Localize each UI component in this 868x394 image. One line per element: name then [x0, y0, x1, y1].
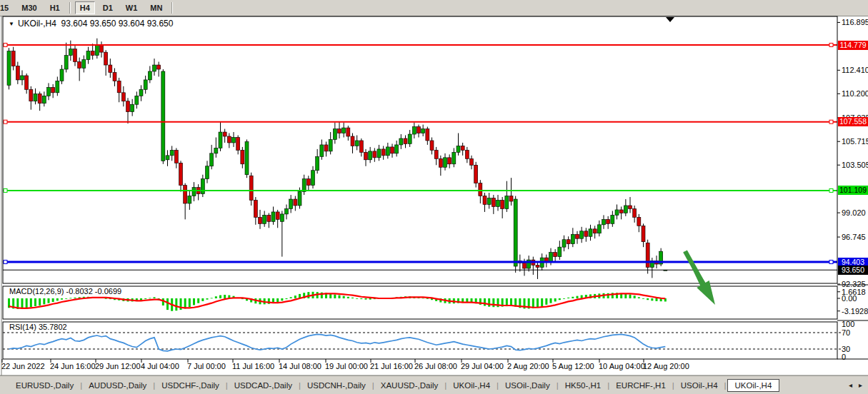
price-badge: 93.650 [838, 266, 868, 275]
time-label: 24 Jun 16:00 [50, 362, 96, 370]
price-tick-label: 110.200 [842, 90, 868, 98]
time-label: 14 Jul 08:00 [279, 362, 321, 370]
tab-HK50-,H1[interactable]: HK50-,H1 [559, 379, 607, 392]
chart-symbol: UKOil-,H4 [18, 19, 56, 29]
rsi-line [9, 334, 666, 351]
price-badge: 107.558 [838, 117, 868, 126]
price-tick-label: 112.410 [842, 66, 868, 74]
rsi-tick-label: 100 [842, 320, 854, 328]
trend-arrow[interactable] [684, 251, 715, 305]
tab-separator: | [444, 381, 447, 390]
price-tick-label: 99.020 [842, 209, 866, 217]
tab-USDCHF-,Daily[interactable]: USDCHF-,Daily [156, 379, 225, 392]
price-tick-label: 105.715 [842, 138, 868, 146]
time-label: 10 Aug 04:00 [599, 362, 645, 370]
time-label: 4 Jul 04:00 [141, 362, 179, 370]
chart-dropdown-arrow-icon[interactable]: ▼ [9, 21, 14, 27]
macd-tick-label: -3.1928 [842, 308, 868, 315]
tab-separator: | [153, 381, 155, 390]
tab-UKOil-,H4[interactable]: UKOil-,H4 [447, 379, 496, 392]
hline-anchor[interactable] [4, 261, 7, 264]
tab-separator: | [497, 381, 499, 390]
tab-separator: | [724, 381, 727, 390]
mt4-window: 15M30H1H4D1W1MN ▼UKOil-,H4 93.604 93.650… [0, 0, 868, 394]
tab-separator: | [226, 381, 228, 390]
tab-AUDUSD-,Daily[interactable]: AUDUSD-,Daily [83, 379, 152, 392]
tab-USDCNH-,Daily[interactable]: USDCNH-,Daily [301, 379, 371, 392]
price-badge: 101.109 [838, 186, 868, 195]
tab-separator: | [372, 381, 374, 390]
time-label: 22 Jun 2022 [1, 362, 45, 370]
time-label: 21 Jul 16:00 [370, 362, 413, 370]
price-badge: 114.779 [838, 41, 868, 50]
tab-scroll-right-icon[interactable]: ▸ [859, 381, 862, 389]
macd-indicator-label: MACD(12,26,9) -0.8032 -0.0699 [9, 287, 121, 296]
price-tick-label: 103.505 [842, 161, 868, 169]
time-label: 26 Jul 08:00 [414, 362, 457, 370]
time-label: 29 Jul 04:00 [461, 362, 504, 370]
tab-separator: | [299, 381, 301, 390]
price-tick-label: 116.895 [842, 19, 868, 26]
tab-separator: | [557, 381, 559, 390]
hline-anchor[interactable] [829, 188, 833, 192]
hline-anchor[interactable] [4, 44, 7, 47]
tab-USOil-,Daily[interactable]: USOil-,Daily [499, 379, 556, 392]
time-label: 29 Jun 12:00 [95, 362, 141, 370]
tab-EURUSD-,Daily[interactable]: EURUSD-,Daily [10, 379, 79, 392]
rsi-pane [3, 333, 841, 351]
tab-separator: | [80, 381, 82, 390]
hline-anchor[interactable] [829, 44, 833, 47]
tab-USDCAD-,Daily[interactable]: USDCAD-,Daily [229, 379, 298, 392]
hline-anchor[interactable] [4, 120, 7, 123]
chart-canvas[interactable] [0, 0, 868, 394]
rsi-tick-label: 70 [842, 329, 850, 337]
time-label: 2 Aug 20:00 [507, 362, 549, 370]
tab-separator: | [607, 381, 609, 390]
tab-scroll-arrows: ◂▸ [849, 381, 868, 389]
tab-scroll-left-icon[interactable]: ◂ [849, 381, 852, 389]
chart-title: ▼UKOil-,H4 93.604 93.650 93.604 93.650 [9, 19, 173, 29]
hline-anchor[interactable] [4, 188, 7, 192]
time-label: 7 Jul 00:00 [187, 362, 226, 370]
chart-tabs-bar: EURUSD-,Daily|AUDUSD-,Daily|USDCHF-,Dail… [0, 375, 868, 394]
tab-USOil-,H4[interactable]: USOil-,H4 [675, 379, 724, 392]
candles-layer [7, 39, 667, 279]
price-tick-label: 96.745 [842, 233, 866, 241]
time-label: 12 Aug 20:00 [643, 362, 689, 370]
tab-separator: | [672, 381, 674, 390]
chart-ohlc-readout: 93.604 93.650 93.604 93.650 [61, 19, 174, 29]
time-label: 19 Jul 00:00 [325, 362, 368, 370]
tab-XAUUSD-,Daily[interactable]: XAUUSD-,Daily [375, 379, 444, 392]
tab-UKOil-,H4[interactable]: UKOil-,H4 [727, 379, 780, 392]
macd-signal-line [9, 293, 666, 308]
hline-anchor[interactable] [829, 120, 833, 123]
hline-anchor[interactable] [829, 261, 833, 264]
tab-EURCHF-,H1[interactable]: EURCHF-,H1 [610, 379, 672, 392]
rsi-tick-label: 0 [842, 353, 846, 361]
macd-tick-label: 0.00 [842, 295, 857, 303]
rsi-indicator-label: RSI(14) 35.7802 [9, 323, 67, 331]
chart-shift-marker-icon[interactable] [666, 17, 674, 22]
time-label: 5 Aug 12:00 [552, 362, 594, 370]
time-label: 11 Jul 16:00 [232, 362, 274, 370]
